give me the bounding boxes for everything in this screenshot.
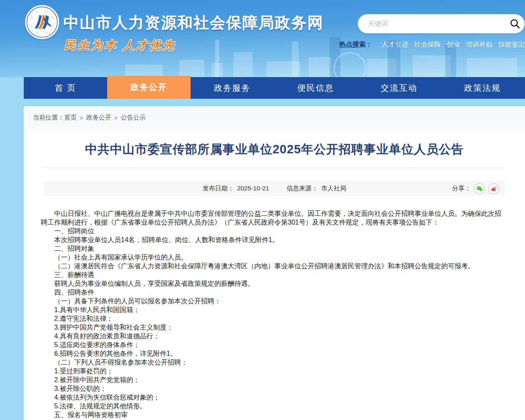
source-label: 信息来源： (286, 185, 318, 192)
publish-date-label: 发布日期： (203, 185, 234, 192)
breadcrumb-separator: > (80, 114, 83, 121)
share-label: 分享： (452, 185, 471, 192)
article-paragraph: 中山日报社、中山广播电视台是隶属于中共中山市委宣传部管理的公益二类事业单位。因工… (41, 209, 505, 227)
breadcrumb-link[interactable]: 首页 (64, 114, 77, 122)
hot-search-link-training-subsidy[interactable]: 培训补贴 (466, 40, 492, 49)
article-paragraph: 5.法律、法规规定的其他情形。 (41, 402, 505, 410)
hot-search: 热点搜索： 人才引进社会保险创业培训补贴技能鉴定 (339, 40, 525, 49)
search-button[interactable] (505, 14, 525, 33)
wechat-icon (476, 185, 483, 192)
nav-item-policy[interactable]: 政策法规 (441, 77, 524, 99)
article-paragraph: 3.拥护中国共产党领导和社会主义制度； (41, 323, 505, 332)
search-box (358, 14, 525, 33)
article-paragraph: 4.具有良好的政治素质和道德品行； (41, 332, 505, 340)
search-icon (510, 18, 520, 29)
article-paragraph: 获聘人员为事业单位编制人员，享受国家及省政策规定的薪酬待遇。 (41, 279, 505, 288)
article-paragraph: 1.具有中华人民共和国国籍； (41, 305, 505, 314)
nav-item-home[interactable]: 首 页 (24, 77, 107, 99)
search-input[interactable] (358, 14, 505, 33)
article-paragraph: （二）下列人员不得报名参加本次公开招聘： (41, 358, 505, 367)
article-paragraph: 1.受过刑事处罚的； (41, 367, 505, 375)
hot-search-label: 热点搜索： (339, 40, 372, 49)
article-paragraph: （一）具备下列条件的人员可以报名参加本次公开招聘： (41, 297, 505, 305)
nav-item-gov-service[interactable]: 政务服务 (191, 77, 274, 99)
article-paragraph: （二）港澳居民符合《广东省人力资源和社会保障厅粤港澳大湾区（内地）事业单位公开招… (41, 262, 505, 270)
breadcrumb: 当前位置： 首页>政务公开>公告公示 (24, 106, 525, 129)
article-meta: 发布日期：2025-10-21信息来源：市人社局 (201, 185, 348, 192)
article-paragraph: 四、招聘条件 (41, 288, 505, 297)
article-paragraph: 4.被依法列为失信联合惩戒对象的； (41, 393, 505, 402)
hot-search-link-skill-appraisal[interactable]: 技能鉴定 (498, 40, 525, 49)
nav-item-interaction[interactable]: 交流互动 (357, 77, 441, 99)
article-paragraph: 一、招聘岗位 (41, 227, 505, 235)
breadcrumb-current: 公告公示 (121, 114, 146, 122)
breadcrumb-label: 当前位置： (33, 114, 64, 122)
site-banner: 中山市人力资源和社会保障局政务网 民生为本 人才优先 热点搜索： 人才引进社会保… (0, 0, 525, 77)
article-paragraph: 本次招聘事业单位人员14名，招聘单位、岗位、人数和资格条件详见附件1。 (41, 235, 505, 244)
wechat-share-button[interactable] (474, 183, 485, 194)
nav-item-gov-open[interactable]: 政务公开 (107, 76, 191, 99)
hot-search-link-startup[interactable]: 创业 (447, 40, 460, 49)
logo-emblem (26, 6, 58, 38)
site-slogan: 民生为本 人才优先 (64, 38, 176, 53)
article-title: 中共中山市委宣传部所属事业单位2025年公开招聘事业单位人员公告 (44, 141, 505, 158)
article-paragraph: 2.遵守宪法和法律； (41, 314, 505, 323)
share-box: 分享： (452, 181, 499, 196)
publish-date: 2025-10-21 (237, 185, 269, 192)
article-body: 中山日报社、中山广播电视台是隶属于中共中山市委宣传部管理的公益二类事业单位。因工… (41, 209, 505, 419)
breadcrumb-separator: > (114, 114, 118, 121)
site-logo[interactable] (25, 5, 59, 39)
source: 市人社局 (321, 185, 346, 192)
weibo-icon (490, 185, 497, 192)
article-paragraph: 二、招聘对象 (41, 244, 505, 253)
weibo-share-button[interactable] (488, 183, 499, 194)
hot-search-link-social-insurance[interactable]: 社会保险 (414, 40, 441, 49)
article: 中共中山市委宣传部所属事业单位2025年公开招聘事业单位人员公告 发布日期：20… (24, 141, 525, 419)
title-divider (44, 168, 505, 168)
article-paragraph: 6.招聘公告要求的其他条件，详见附件1。 (41, 349, 505, 358)
article-paragraph: 3.被开除公职的； (41, 384, 505, 393)
hot-search-link-talent[interactable]: 人才引进 (382, 40, 408, 49)
main-nav: 首 页政务公开政务服务便民信息交流互动政策法规 (24, 77, 525, 99)
breadcrumb-link[interactable]: 政务公开 (86, 114, 111, 122)
article-paragraph: （一）社会上具有国家承认学历学位的人员。 (41, 253, 505, 262)
article-paragraph: 三、薪酬待遇 (41, 270, 505, 279)
content-box: 当前位置： 首页>政务公开>公告公示 中共中山市委宣传部所属事业单位2025年公… (24, 106, 525, 420)
article-paragraph: 2.被开除中国共产党党籍的； (41, 375, 505, 384)
nav-item-public-info[interactable]: 便民信息 (274, 77, 357, 99)
article-paragraph: 5.适应岗位要求的身体条件； (41, 340, 505, 349)
article-paragraph: 五、报名与网络资格初审 (41, 410, 505, 419)
article-meta-bar: 发布日期：2025-10-21信息来源：市人社局 分享： (44, 181, 505, 196)
site-title: 中山市人力资源和社会保障局政务网 (63, 12, 324, 33)
